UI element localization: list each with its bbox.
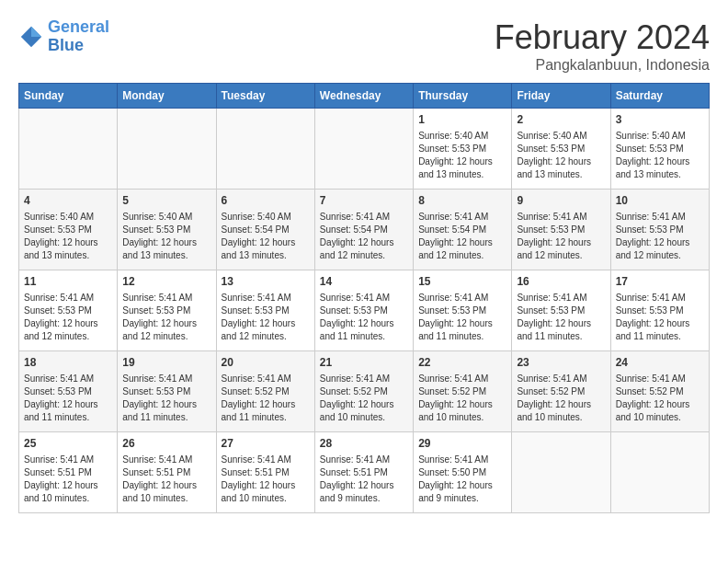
day-number: 23 bbox=[517, 355, 605, 371]
day-info: Sunrise: 5:41 AM Sunset: 5:53 PM Dayligh… bbox=[122, 292, 210, 343]
day-info: Sunrise: 5:41 AM Sunset: 5:53 PM Dayligh… bbox=[517, 292, 605, 343]
day-number: 29 bbox=[418, 436, 506, 452]
calendar-cell: 21Sunrise: 5:41 AM Sunset: 5:52 PM Dayli… bbox=[314, 351, 413, 432]
day-info: Sunrise: 5:41 AM Sunset: 5:51 PM Dayligh… bbox=[24, 454, 112, 505]
svg-marker-1 bbox=[31, 27, 41, 37]
logo-text: General Blue bbox=[48, 18, 109, 55]
day-number: 28 bbox=[320, 436, 408, 452]
weekday-header-wednesday: Wednesday bbox=[314, 84, 413, 109]
day-number: 13 bbox=[222, 274, 310, 290]
day-info: Sunrise: 5:40 AM Sunset: 5:53 PM Dayligh… bbox=[24, 211, 112, 262]
calendar-cell: 8Sunrise: 5:41 AM Sunset: 5:54 PM Daylig… bbox=[414, 190, 512, 270]
day-info: Sunrise: 5:40 AM Sunset: 5:53 PM Dayligh… bbox=[517, 130, 605, 181]
calendar-cell: 25Sunrise: 5:41 AM Sunset: 5:51 PM Dayli… bbox=[19, 432, 118, 513]
calendar-cell: 19Sunrise: 5:41 AM Sunset: 5:53 PM Dayli… bbox=[118, 351, 216, 432]
day-number: 22 bbox=[418, 355, 506, 371]
calendar-week-row: 18Sunrise: 5:41 AM Sunset: 5:53 PM Dayli… bbox=[19, 351, 710, 432]
logo-icon bbox=[18, 24, 44, 50]
calendar-week-row: 11Sunrise: 5:41 AM Sunset: 5:53 PM Dayli… bbox=[19, 270, 710, 351]
day-info: Sunrise: 5:41 AM Sunset: 5:53 PM Dayligh… bbox=[222, 292, 310, 343]
day-number: 1 bbox=[418, 112, 506, 128]
day-info: Sunrise: 5:40 AM Sunset: 5:53 PM Dayligh… bbox=[616, 130, 704, 181]
day-number: 2 bbox=[517, 112, 605, 128]
weekday-header-thursday: Thursday bbox=[414, 84, 512, 109]
logo-line2: Blue bbox=[48, 36, 84, 54]
day-info: Sunrise: 5:41 AM Sunset: 5:53 PM Dayligh… bbox=[122, 373, 210, 424]
calendar-cell bbox=[216, 109, 314, 190]
day-info: Sunrise: 5:41 AM Sunset: 5:52 PM Dayligh… bbox=[320, 373, 408, 424]
location-subtitle: Pangkalanbuun, Indonesia bbox=[495, 57, 710, 74]
calendar-week-row: 4Sunrise: 5:40 AM Sunset: 5:53 PM Daylig… bbox=[19, 190, 710, 270]
day-info: Sunrise: 5:41 AM Sunset: 5:51 PM Dayligh… bbox=[320, 454, 408, 505]
day-number: 26 bbox=[122, 436, 210, 452]
day-info: Sunrise: 5:41 AM Sunset: 5:52 PM Dayligh… bbox=[616, 373, 704, 424]
calendar-week-row: 25Sunrise: 5:41 AM Sunset: 5:51 PM Dayli… bbox=[19, 432, 710, 513]
calendar-cell: 9Sunrise: 5:41 AM Sunset: 5:53 PM Daylig… bbox=[512, 190, 610, 270]
day-info: Sunrise: 5:41 AM Sunset: 5:51 PM Dayligh… bbox=[222, 454, 310, 505]
day-number: 19 bbox=[122, 355, 210, 371]
calendar-cell: 26Sunrise: 5:41 AM Sunset: 5:51 PM Dayli… bbox=[118, 432, 216, 513]
weekday-header-friday: Friday bbox=[512, 84, 610, 109]
calendar-cell: 5Sunrise: 5:40 AM Sunset: 5:53 PM Daylig… bbox=[118, 190, 216, 270]
page-header: General Blue February 2024 Pangkalanbuun… bbox=[18, 18, 710, 74]
day-number: 25 bbox=[24, 436, 112, 452]
calendar-cell: 17Sunrise: 5:41 AM Sunset: 5:53 PM Dayli… bbox=[610, 270, 709, 351]
calendar-cell: 15Sunrise: 5:41 AM Sunset: 5:53 PM Dayli… bbox=[414, 270, 512, 351]
day-number: 10 bbox=[616, 193, 704, 209]
calendar-cell: 2Sunrise: 5:40 AM Sunset: 5:53 PM Daylig… bbox=[512, 109, 610, 190]
calendar-cell: 12Sunrise: 5:41 AM Sunset: 5:53 PM Dayli… bbox=[118, 270, 216, 351]
calendar-cell: 23Sunrise: 5:41 AM Sunset: 5:52 PM Dayli… bbox=[512, 351, 610, 432]
day-number: 3 bbox=[616, 112, 704, 128]
calendar-table: SundayMondayTuesdayWednesdayThursdayFrid… bbox=[18, 83, 710, 513]
day-number: 14 bbox=[320, 274, 408, 290]
calendar-cell bbox=[19, 109, 118, 190]
calendar-cell: 4Sunrise: 5:40 AM Sunset: 5:53 PM Daylig… bbox=[19, 190, 118, 270]
day-number: 20 bbox=[222, 355, 310, 371]
calendar-cell bbox=[610, 432, 709, 513]
day-info: Sunrise: 5:41 AM Sunset: 5:50 PM Dayligh… bbox=[418, 454, 506, 505]
weekday-header-sunday: Sunday bbox=[19, 84, 118, 109]
calendar-cell: 6Sunrise: 5:40 AM Sunset: 5:54 PM Daylig… bbox=[216, 190, 314, 270]
calendar-cell: 29Sunrise: 5:41 AM Sunset: 5:50 PM Dayli… bbox=[414, 432, 512, 513]
calendar-cell: 18Sunrise: 5:41 AM Sunset: 5:53 PM Dayli… bbox=[19, 351, 118, 432]
day-info: Sunrise: 5:41 AM Sunset: 5:53 PM Dayligh… bbox=[24, 292, 112, 343]
day-number: 9 bbox=[517, 193, 605, 209]
day-info: Sunrise: 5:41 AM Sunset: 5:53 PM Dayligh… bbox=[24, 373, 112, 424]
weekday-header-saturday: Saturday bbox=[610, 84, 709, 109]
day-number: 16 bbox=[517, 274, 605, 290]
month-year-title: February 2024 bbox=[495, 18, 710, 57]
day-info: Sunrise: 5:41 AM Sunset: 5:53 PM Dayligh… bbox=[418, 292, 506, 343]
day-info: Sunrise: 5:41 AM Sunset: 5:51 PM Dayligh… bbox=[122, 454, 210, 505]
day-info: Sunrise: 5:41 AM Sunset: 5:52 PM Dayligh… bbox=[222, 373, 310, 424]
calendar-week-row: 1Sunrise: 5:40 AM Sunset: 5:53 PM Daylig… bbox=[19, 109, 710, 190]
day-number: 27 bbox=[222, 436, 310, 452]
day-info: Sunrise: 5:40 AM Sunset: 5:54 PM Dayligh… bbox=[222, 211, 310, 262]
calendar-cell: 20Sunrise: 5:41 AM Sunset: 5:52 PM Dayli… bbox=[216, 351, 314, 432]
calendar-cell: 10Sunrise: 5:41 AM Sunset: 5:53 PM Dayli… bbox=[610, 190, 709, 270]
calendar-cell: 1Sunrise: 5:40 AM Sunset: 5:53 PM Daylig… bbox=[414, 109, 512, 190]
calendar-cell: 24Sunrise: 5:41 AM Sunset: 5:52 PM Dayli… bbox=[610, 351, 709, 432]
day-number: 17 bbox=[616, 274, 704, 290]
calendar-cell: 28Sunrise: 5:41 AM Sunset: 5:51 PM Dayli… bbox=[314, 432, 413, 513]
logo: General Blue bbox=[18, 18, 109, 55]
day-info: Sunrise: 5:41 AM Sunset: 5:54 PM Dayligh… bbox=[418, 211, 506, 262]
day-info: Sunrise: 5:41 AM Sunset: 5:53 PM Dayligh… bbox=[616, 292, 704, 343]
calendar-cell: 27Sunrise: 5:41 AM Sunset: 5:51 PM Dayli… bbox=[216, 432, 314, 513]
day-number: 15 bbox=[418, 274, 506, 290]
day-number: 18 bbox=[24, 355, 112, 371]
weekday-header-tuesday: Tuesday bbox=[216, 84, 314, 109]
day-number: 24 bbox=[616, 355, 704, 371]
calendar-cell: 3Sunrise: 5:40 AM Sunset: 5:53 PM Daylig… bbox=[610, 109, 709, 190]
day-info: Sunrise: 5:41 AM Sunset: 5:53 PM Dayligh… bbox=[517, 211, 605, 262]
day-number: 21 bbox=[320, 355, 408, 371]
logo-line1: General bbox=[48, 17, 109, 36]
calendar-cell: 22Sunrise: 5:41 AM Sunset: 5:52 PM Dayli… bbox=[414, 351, 512, 432]
day-info: Sunrise: 5:41 AM Sunset: 5:54 PM Dayligh… bbox=[320, 211, 408, 262]
day-info: Sunrise: 5:40 AM Sunset: 5:53 PM Dayligh… bbox=[122, 211, 210, 262]
calendar-cell: 16Sunrise: 5:41 AM Sunset: 5:53 PM Dayli… bbox=[512, 270, 610, 351]
day-info: Sunrise: 5:41 AM Sunset: 5:53 PM Dayligh… bbox=[616, 211, 704, 262]
calendar-cell: 14Sunrise: 5:41 AM Sunset: 5:53 PM Dayli… bbox=[314, 270, 413, 351]
day-info: Sunrise: 5:41 AM Sunset: 5:53 PM Dayligh… bbox=[320, 292, 408, 343]
day-number: 7 bbox=[320, 193, 408, 209]
day-number: 4 bbox=[24, 193, 112, 209]
